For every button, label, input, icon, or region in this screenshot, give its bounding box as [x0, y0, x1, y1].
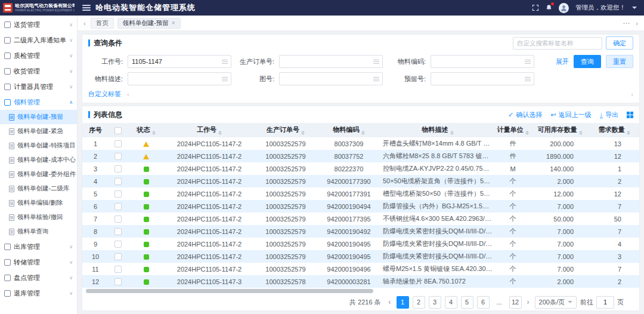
- export-button[interactable]: ↓ 导出: [600, 110, 619, 119]
- expand-button[interactable]: 展开: [556, 57, 569, 66]
- reserve-no-input[interactable]: [431, 73, 525, 85]
- row-checkbox[interactable]: [114, 241, 122, 248]
- sidebar-subitem[interactable]: 领料单创建-二级库: [0, 181, 77, 196]
- list-suffix-icon[interactable]: [373, 76, 379, 82]
- tags-scroll-left-icon[interactable]: ‹: [127, 91, 129, 98]
- sidebar-subitem[interactable]: 领料单编辑/删除: [0, 196, 77, 210]
- page-size-select[interactable]: 200条/页: [535, 296, 577, 309]
- goto-page-input[interactable]: [596, 296, 614, 309]
- tabs-more-icon[interactable]: ⋯: [623, 19, 630, 27]
- tabs-scroll-left-icon[interactable]: ‹: [82, 20, 87, 27]
- list-suffix-icon[interactable]: [525, 76, 531, 82]
- row-checkbox[interactable]: [114, 203, 122, 210]
- avatar[interactable]: [559, 3, 569, 13]
- table-row[interactable]: 102024HPC1105-1147-210003252579942000190…: [82, 250, 639, 263]
- sidebar-item[interactable]: 盘点管理∨: [0, 270, 77, 285]
- reset-button[interactable]: 重置: [606, 55, 633, 68]
- sidebar-subitem[interactable]: 领料单创建-预留: [0, 110, 77, 124]
- list-suffix-icon[interactable]: [373, 59, 379, 64]
- row-checkbox[interactable]: [114, 190, 122, 198]
- sidebar-item[interactable]: 退库管理∨: [0, 285, 77, 301]
- row-checkbox[interactable]: [114, 153, 122, 160]
- row-checkbox[interactable]: [114, 165, 122, 173]
- sidebar-item[interactable]: 收货管理∨: [0, 63, 77, 79]
- tabs-scroll-right-icon[interactable]: ›: [634, 20, 639, 27]
- column-header-checkbox[interactable]: [109, 123, 128, 137]
- page-button[interactable]: 6: [477, 296, 490, 309]
- row-checkbox[interactable]: [114, 140, 122, 147]
- row-checkbox[interactable]: [114, 278, 122, 285]
- back-button[interactable]: ↩ 返回上一级: [550, 110, 591, 119]
- sidebar-subitem[interactable]: 领料单核验/撤回: [0, 210, 77, 224]
- page-button[interactable]: 5: [461, 296, 473, 309]
- chevron-down-icon[interactable]: [632, 7, 637, 9]
- scrollbar-thumb[interactable]: [86, 289, 373, 293]
- sort-icon[interactable]: [627, 131, 630, 136]
- drawing-no-input[interactable]: [280, 73, 373, 85]
- list-suffix-icon[interactable]: [222, 59, 228, 64]
- table-row[interactable]: 122024HPC1105-1147-310003252578942000003…: [82, 275, 639, 288]
- sidebar-collapse-icon[interactable]: [82, 4, 91, 12]
- table-row[interactable]: 22024HPC1105-1147-21000325257980037752六角…: [82, 150, 639, 162]
- column-header[interactable]: 物料编码: [317, 123, 380, 137]
- page-button[interactable]: 4: [445, 296, 457, 309]
- table-row[interactable]: 112024HPC1105-1147-210003252579942000190…: [82, 263, 639, 275]
- prev-page-icon[interactable]: ‹: [387, 298, 393, 306]
- column-header[interactable]: 可用库存数量: [531, 123, 589, 137]
- sidebar-subitem[interactable]: 领料单创建-紧急: [0, 124, 77, 138]
- column-header[interactable]: 状态: [128, 123, 165, 137]
- confirm-button[interactable]: 确定: [606, 36, 633, 50]
- page-button[interactable]: 3: [429, 296, 441, 309]
- sidebar-item[interactable]: 转储管理∨: [0, 254, 77, 270]
- tags-scroll-right-icon[interactable]: ›: [631, 91, 633, 98]
- sort-icon[interactable]: [218, 131, 222, 136]
- table-row[interactable]: 52024HPC1105-1147-2100032525799420001773…: [82, 187, 639, 200]
- table-row[interactable]: 12024HPC1105-1147-21000325257980037309开槽…: [82, 137, 639, 150]
- sort-icon[interactable]: [579, 131, 583, 136]
- table-row[interactable]: 92024HPC1105-1147-2100032525799420001904…: [82, 238, 639, 250]
- tab-current[interactable]: 领料单创建-预留 ×: [117, 18, 181, 29]
- column-header-seq[interactable]: 序号: [82, 123, 109, 137]
- tab-home[interactable]: 首页: [91, 18, 114, 29]
- horizontal-scrollbar[interactable]: [85, 289, 637, 293]
- column-settings-icon[interactable]: [627, 112, 633, 118]
- search-button[interactable]: 查询: [574, 55, 601, 68]
- sidebar-item[interactable]: 领料管理∧: [0, 94, 77, 110]
- sidebar-subitem[interactable]: 领料单创建-特殊项目: [0, 138, 77, 153]
- row-checkbox[interactable]: [114, 266, 122, 273]
- order-no-input[interactable]: [280, 56, 373, 67]
- sidebar-item[interactable]: 二级库入库通知单∨: [0, 32, 77, 48]
- page-button[interactable]: 1: [397, 296, 409, 309]
- sidebar-subitem[interactable]: 领料单创建-成本中心: [0, 153, 77, 167]
- row-checkbox[interactable]: [114, 228, 122, 235]
- next-page-icon[interactable]: ›: [525, 298, 531, 306]
- column-header[interactable]: 生产订单号: [254, 123, 317, 137]
- sidebar-item[interactable]: 质检管理∨: [0, 48, 77, 63]
- table-row[interactable]: 32024HPC1105-1147-21000325257980222370控制…: [82, 162, 639, 175]
- material-code-input[interactable]: [431, 56, 525, 67]
- row-checkbox[interactable]: [114, 216, 122, 223]
- custom-tag-link[interactable]: 自定义标签: [88, 90, 121, 98]
- confirm-select-button[interactable]: ✓ 确认选择: [508, 110, 542, 119]
- sort-icon[interactable]: [525, 131, 529, 136]
- sidebar-item[interactable]: 计量器具管理∨: [0, 79, 77, 94]
- tab-close-icon[interactable]: ×: [172, 20, 175, 26]
- table-row[interactable]: 72024HPC1105-1147-2100032525799420001773…: [82, 213, 639, 225]
- list-suffix-icon[interactable]: [525, 59, 531, 64]
- work-no-input[interactable]: [128, 56, 222, 67]
- material-desc-input[interactable]: [128, 73, 222, 85]
- sort-icon[interactable]: [361, 131, 365, 136]
- table-row[interactable]: 62024HPC1105-1147-2100032525799420001904…: [82, 200, 639, 213]
- sidebar-subitem[interactable]: 领料单查询: [0, 224, 77, 239]
- sort-icon[interactable]: [301, 131, 305, 136]
- sidebar-item[interactable]: 送货管理∨: [0, 17, 77, 32]
- fullscreen-icon[interactable]: [532, 4, 539, 11]
- notification-bell-icon[interactable]: [546, 4, 552, 11]
- column-header[interactable]: 需求数量: [589, 123, 639, 137]
- pager-ellipsis[interactable]: ...: [493, 296, 506, 309]
- select-all-checkbox[interactable]: [114, 127, 122, 134]
- row-checkbox[interactable]: [114, 253, 122, 260]
- column-header[interactable]: 计量单位: [495, 123, 531, 137]
- custom-tag-name-input[interactable]: [513, 37, 602, 50]
- sort-icon[interactable]: [450, 131, 454, 136]
